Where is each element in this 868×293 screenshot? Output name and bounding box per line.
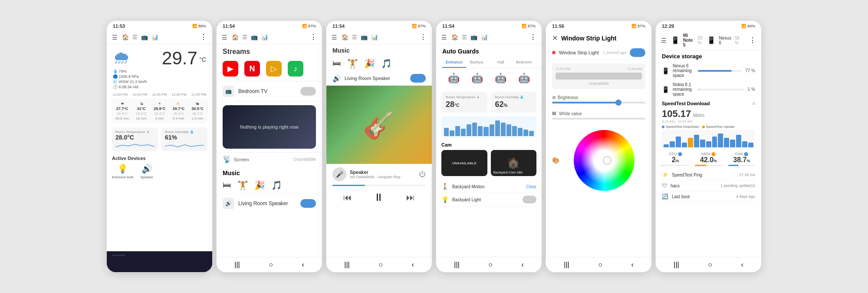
room-icon-party-3[interactable]: 🎉 (364, 58, 375, 69)
phone-4-autoguards: 11:54 📶 87% ☰ 🏠 ☰ 📺 📊 ⋮ Auto Guards Entr… (436, 20, 542, 273)
scb-1 (664, 144, 669, 147)
next-btn-3[interactable]: ⏭ (406, 193, 415, 203)
room-icon-gym[interactable]: 🏋 (237, 180, 248, 190)
room-humidity-value-4: 62% (495, 100, 533, 109)
speaker-icon-2: 🔊 (223, 198, 234, 209)
tab-hall[interactable]: Hall (489, 57, 513, 68)
brightness-thumb[interactable] (615, 100, 621, 106)
nav-icon-tv-2[interactable]: 📺 (251, 34, 258, 40)
menu-icon-3[interactable]: ☰ (332, 34, 337, 41)
netflix-app[interactable]: N (244, 61, 260, 77)
nav-icon-chart-4[interactable]: 📊 (481, 34, 488, 40)
sensor-light[interactable]: 💡 Backyard Light (441, 193, 536, 206)
device-entrance-label: Entrance bulb (112, 175, 133, 179)
tab-bedroom[interactable]: Bedroom (513, 57, 536, 68)
music-title-2: Music (217, 166, 322, 178)
dl-legend: SpeedTest Download (662, 125, 699, 129)
device-entrance-bulb[interactable]: 💡 Entrance bulb (112, 163, 133, 179)
bottom-nav-3: ||| ○ ‹ (326, 257, 432, 272)
nav-back-4[interactable]: ‹ (521, 261, 523, 269)
color-wheel[interactable] (574, 130, 635, 191)
room-icon-bed[interactable]: 🛏 (223, 180, 231, 190)
color-dot[interactable] (603, 156, 612, 165)
brightness-slider[interactable] (552, 102, 645, 103)
nav-circle-6[interactable]: ○ (708, 261, 712, 269)
more-icon-4[interactable]: ⋮ (529, 33, 536, 41)
spotify-app[interactable]: ♪ (288, 61, 303, 77)
power-icon-3[interactable]: ⏻ (419, 170, 426, 178)
bedroom-tv-item[interactable]: 📺 Bedroom TV (217, 81, 322, 102)
disk-text: Disk (735, 152, 743, 156)
nav-icon-home-4[interactable]: 🏠 (451, 34, 458, 40)
nav-back-6[interactable]: ‹ (741, 261, 743, 269)
nav-icon-list-3[interactable]: ☰ (352, 34, 357, 40)
more-icon[interactable]: ⋮ (200, 33, 207, 41)
scb-2 (670, 141, 675, 147)
menu-icon-4[interactable]: ☰ (441, 34, 447, 41)
nav-circle-5[interactable]: ○ (598, 261, 602, 269)
menu-icon-2[interactable]: ☰ (222, 34, 227, 41)
chart-bar-4 (461, 129, 466, 136)
nav-bars-6[interactable]: ||| (674, 261, 679, 269)
living-room-speaker-item-2[interactable]: 🔊 Living Room Speaker (217, 194, 322, 213)
palette-icon: 🎨 (552, 157, 559, 164)
nav-circle-3[interactable]: ○ (378, 261, 383, 269)
device-speaker[interactable]: 🔊 Speaker (140, 163, 153, 179)
tab-entrance[interactable]: Entrance (442, 57, 466, 68)
nav-icon-tv-4[interactable]: 📺 (470, 34, 477, 40)
nav-bars-2[interactable]: ||| (234, 261, 240, 269)
nav-back-5[interactable]: ‹ (631, 261, 633, 269)
nav-circle-4[interactable]: ○ (488, 261, 493, 269)
nav-back-2[interactable]: ‹ (302, 261, 304, 269)
room-icon-gym-3[interactable]: 🏋 (347, 58, 358, 69)
nav-icon-home-3[interactable]: 🏠 (342, 34, 349, 40)
white-slider[interactable] (552, 118, 645, 120)
bedroom-tv-toggle[interactable] (300, 87, 316, 96)
nav-icon-list-2[interactable]: ☰ (242, 34, 247, 40)
metrics-row: CPU ⬤ 2% MEM ⬤ 42.0% (656, 149, 761, 170)
nav-bars-5[interactable]: ||| (564, 261, 569, 269)
prev-btn-3[interactable]: ⏮ (343, 193, 352, 203)
nav-icon-tv[interactable]: 📺 (141, 34, 148, 40)
more-icon-6[interactable]: ⋮ (749, 36, 756, 44)
nav-bars-4[interactable]: ||| (454, 261, 459, 269)
nav-icon-home-2[interactable]: 🏠 (232, 34, 239, 40)
room-icon-music-3[interactable]: 🎵 (381, 58, 392, 69)
nav-icon-chart-3[interactable]: 📊 (371, 34, 378, 40)
menu-icon-6[interactable]: ☰ (661, 37, 667, 44)
speaker-label-3: Living Room Speaker (345, 76, 407, 81)
speaker-bar-3[interactable]: 🔊 Living Room Speaker (326, 71, 432, 86)
nav-icon-list-4[interactable]: ☰ (462, 34, 467, 40)
light-icon: 💡 (441, 196, 449, 203)
backyard-light-toggle[interactable] (523, 196, 536, 203)
speed-menu-icon[interactable]: ≡ (752, 100, 755, 107)
nav-icon-chart[interactable]: 📊 (151, 34, 158, 40)
sensor-motion[interactable]: 🚶 Backyard Motion Clear (441, 180, 536, 193)
close-button[interactable]: ✕ (552, 34, 558, 42)
living-room-speaker-toggle-2[interactable] (300, 199, 316, 208)
youtube-app[interactable]: ▶ (223, 61, 238, 77)
clear-action[interactable]: Clear (526, 184, 536, 189)
menu-icon[interactable]: ☰ (112, 34, 118, 41)
play-btn-3[interactable]: ⏸ (374, 191, 384, 203)
room-icon-party[interactable]: 🎉 (254, 180, 265, 190)
disk-metric: Disk ⬤ 38.7% (727, 152, 757, 167)
nav-icon-tv-3[interactable]: 📺 (361, 34, 368, 40)
nav-icon-chart-2[interactable]: 📊 (261, 34, 268, 40)
nav-back-3[interactable]: ‹ (411, 261, 414, 269)
nav-icon-list[interactable]: ☰ (132, 34, 138, 40)
device-toggle-5[interactable] (630, 48, 645, 57)
plex-app[interactable]: ▷ (266, 61, 282, 77)
status-bar-3: 11:54 📶 87% (326, 21, 432, 30)
more-icon-2[interactable]: ⋮ (310, 33, 317, 41)
room-icon-bed-3[interactable]: 🛏 (332, 58, 341, 69)
nav-circle-2[interactable]: ○ (269, 261, 273, 269)
more-icon-3[interactable]: ⋮ (420, 33, 427, 41)
chart-bar-12 (506, 124, 511, 136)
room-icon-music[interactable]: 🎵 (271, 180, 282, 190)
timeline-labels: 11:00 PM 11:06 AM (556, 67, 642, 71)
tab-backyard[interactable]: Backya.. (466, 57, 490, 68)
nav-icon-home[interactable]: 🏠 (122, 34, 129, 40)
nav-bars-3[interactable]: ||| (344, 261, 349, 269)
speaker-toggle-3[interactable] (410, 74, 426, 83)
